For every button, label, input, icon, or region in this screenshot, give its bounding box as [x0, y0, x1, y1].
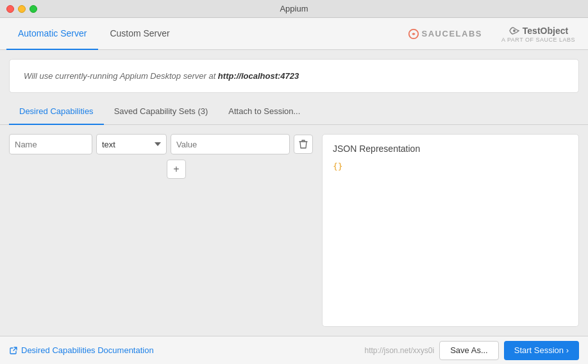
add-capability-button[interactable]: + [167, 160, 186, 179]
testobject-icon [508, 25, 520, 37]
json-panel: JSON Representation {} [322, 125, 588, 336]
server-tabs-bar: Automatic Server Custom Server SAUCELABS… [0, 18, 588, 50]
capabilities-panel: text boolean number object array + [0, 125, 322, 336]
save-as-button[interactable]: Save As... [439, 341, 499, 360]
json-title: JSON Representation [333, 144, 568, 154]
capability-type-select[interactable]: text boolean number object array [96, 134, 167, 154]
testobject-sub: A PART OF SAUCE LABS [501, 37, 575, 43]
capability-name-input[interactable] [9, 134, 92, 154]
titlebar: Appium [0, 0, 588, 18]
server-info-box: Will use currently-running Appium Deskto… [9, 59, 579, 93]
url-hint: http://json.net/xxys0i [364, 346, 434, 355]
close-button[interactable] [6, 5, 14, 13]
capability-value-input[interactable] [171, 134, 290, 154]
tab-automatic-server[interactable]: Automatic Server [6, 19, 98, 50]
tab-custom-server[interactable]: Custom Server [98, 19, 181, 50]
delete-capability-button[interactable] [294, 135, 313, 154]
svg-point-1 [513, 29, 516, 32]
testobject-logo[interactable]: TestObject A PART OF SAUCE LABS [501, 25, 575, 43]
footer-right: http://json.net/xxys0i Save As... Start … [364, 341, 579, 360]
testobject-name: TestObject [523, 26, 568, 36]
titlebar-controls [6, 5, 37, 13]
maximize-button[interactable] [29, 5, 37, 13]
info-prefix: Will use currently-running Appium Deskto… [24, 71, 218, 81]
saucelabs-label: SAUCELABS [422, 29, 482, 38]
tab-desired-capabilities[interactable]: Desired Capabilities [9, 99, 104, 125]
json-representation-box: JSON Representation {} [322, 134, 579, 327]
capability-tabs-bar: Desired Capabilities Saved Capability Se… [0, 98, 588, 125]
saucelabs-logo[interactable]: SAUCELABS [408, 28, 482, 40]
window-title: Appium [280, 4, 308, 13]
documentation-link[interactable]: Desired Capabilities Documentation [9, 345, 154, 355]
footer: Desired Capabilities Documentation http:… [0, 336, 588, 364]
json-content: {} [333, 161, 568, 171]
start-session-button[interactable]: Start Session › [504, 341, 579, 360]
main-content: text boolean number object array + JSON … [0, 125, 588, 336]
tab-attach-to-session[interactable]: Attach to Session... [218, 99, 310, 125]
link-icon [9, 346, 18, 355]
trash-icon [299, 139, 308, 149]
info-url: http://localhost:4723 [218, 71, 299, 81]
minimize-button[interactable] [18, 5, 26, 13]
json-brace: {} [333, 161, 343, 171]
tab-saved-capability-sets[interactable]: Saved Capability Sets (3) [104, 99, 219, 125]
add-capability-row: + [9, 160, 313, 179]
capability-row: text boolean number object array [9, 134, 313, 154]
saucelabs-icon [408, 28, 419, 40]
